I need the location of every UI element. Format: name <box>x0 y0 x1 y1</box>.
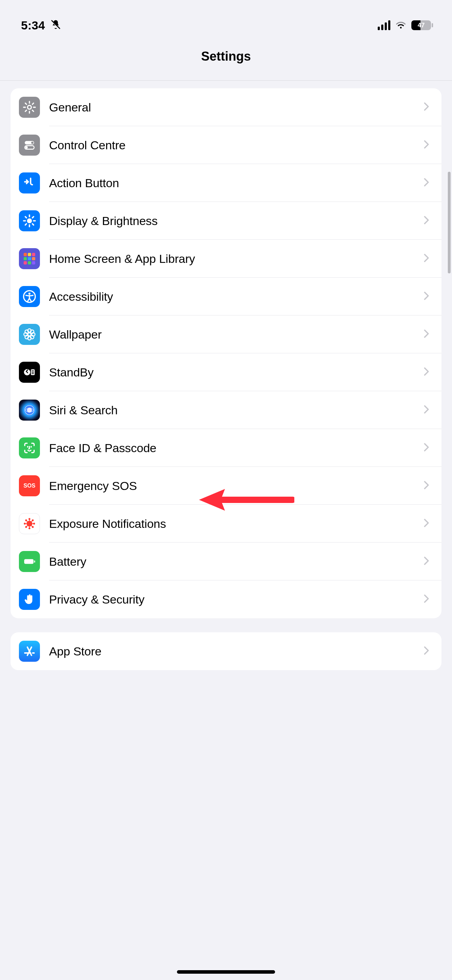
scrollbar[interactable] <box>448 172 450 274</box>
row-label: Privacy & Security <box>49 593 424 606</box>
battery-icon <box>19 551 40 572</box>
accessibility-icon <box>19 286 40 307</box>
svg-rect-9 <box>24 257 27 260</box>
row-label: App Store <box>49 644 424 658</box>
chevron-right-icon <box>424 216 430 226</box>
row-label: Display & Brightness <box>49 214 424 228</box>
row-label: StandBy <box>49 366 424 379</box>
svg-rect-29 <box>32 372 33 372</box>
settings-row-accessibility[interactable]: Accessibility <box>11 278 441 315</box>
row-label: Action Button <box>49 176 424 190</box>
appstore-icon <box>19 641 40 662</box>
chevron-right-icon <box>424 329 430 340</box>
row-label: Home Screen & App Library <box>49 252 424 266</box>
svg-point-5 <box>27 218 32 223</box>
sun-icon <box>19 210 40 231</box>
action-btn-icon <box>19 172 40 194</box>
row-label: Wallpaper <box>49 328 424 341</box>
faceid-icon <box>19 438 40 458</box>
row-label: Battery <box>49 555 424 568</box>
svg-point-2 <box>31 142 33 144</box>
settings-row-emergency-sos[interactable]: SOSEmergency SOS <box>11 467 441 505</box>
chevron-right-icon <box>424 367 430 377</box>
apps-grid-icon <box>19 248 40 269</box>
nav-bar: Settings <box>0 42 452 81</box>
svg-rect-14 <box>32 261 35 264</box>
svg-rect-12 <box>24 261 27 264</box>
settings-group: GeneralControl CentreAction ButtonDispla… <box>11 88 441 618</box>
svg-point-16 <box>29 293 30 295</box>
settings-row-privacy[interactable]: Privacy & Security <box>11 581 441 618</box>
chevron-right-icon <box>424 405 430 415</box>
chevron-right-icon <box>424 443 430 453</box>
settings-row-display[interactable]: Display & Brightness <box>11 202 441 240</box>
chevron-right-icon <box>424 556 430 567</box>
siri-icon <box>19 399 40 421</box>
row-label: Exposure Notifications <box>49 517 424 531</box>
battery-icon: 47 <box>411 20 431 30</box>
chevron-right-icon <box>424 594 430 605</box>
settings-row-exposure[interactable]: Exposure Notifications <box>11 505 441 542</box>
standby-icon <box>19 362 40 383</box>
hand-icon <box>19 589 40 610</box>
settings-row-home-screen[interactable]: Home Screen & App Library <box>11 240 441 278</box>
chevron-right-icon <box>424 253 430 264</box>
toggles-icon <box>19 135 40 156</box>
svg-point-4 <box>25 146 28 149</box>
status-bar: 5:34 47 <box>0 0 452 42</box>
settings-row-siri[interactable]: Siri & Search <box>11 391 441 429</box>
svg-rect-11 <box>32 257 35 260</box>
row-label: Accessibility <box>49 290 424 304</box>
settings-row-app-store[interactable]: App Store <box>11 632 441 670</box>
settings-row-wallpaper[interactable]: Wallpaper <box>11 315 441 353</box>
gear-icon <box>19 97 40 118</box>
settings-row-control-centre[interactable]: Control Centre <box>11 126 441 164</box>
sos-icon: SOS <box>19 475 40 496</box>
svg-rect-28 <box>32 371 33 371</box>
page-title: Settings <box>201 42 251 64</box>
home-indicator[interactable] <box>177 970 275 974</box>
wifi-icon <box>395 20 406 30</box>
settings-list[interactable]: GeneralControl CentreAction ButtonDispla… <box>0 88 452 670</box>
row-label: Control Centre <box>49 138 424 152</box>
battery-percent: 47 <box>418 22 425 29</box>
chevron-right-icon <box>424 178 430 188</box>
chevron-right-icon <box>424 519 430 529</box>
status-time: 5:34 <box>21 19 45 32</box>
chevron-right-icon <box>424 102 430 113</box>
row-label: Siri & Search <box>49 403 424 417</box>
settings-row-standby[interactable]: StandBy <box>11 353 441 391</box>
svg-rect-45 <box>34 560 35 563</box>
svg-rect-44 <box>24 559 33 563</box>
svg-rect-30 <box>32 373 33 374</box>
chevron-right-icon <box>424 646 430 657</box>
settings-row-face-id[interactable]: Face ID & Passcode <box>11 429 441 467</box>
svg-point-0 <box>28 105 32 109</box>
row-label: General <box>49 100 424 114</box>
settings-row-action-button[interactable]: Action Button <box>11 164 441 202</box>
svg-rect-6 <box>24 253 27 256</box>
row-label: Face ID & Passcode <box>49 441 424 455</box>
virus-icon <box>19 513 40 534</box>
svg-rect-7 <box>28 253 31 256</box>
svg-rect-10 <box>28 257 31 260</box>
silent-bell-icon <box>51 19 61 31</box>
svg-rect-8 <box>32 253 35 256</box>
svg-text:SOS: SOS <box>24 483 35 488</box>
chevron-right-icon <box>424 480 430 491</box>
settings-row-battery[interactable]: Battery <box>11 542 441 581</box>
settings-group: App Store <box>11 632 441 670</box>
svg-point-33 <box>27 407 32 412</box>
flower-icon <box>19 324 40 345</box>
svg-point-17 <box>28 333 31 336</box>
svg-rect-13 <box>28 261 31 264</box>
chevron-right-icon <box>424 140 430 150</box>
settings-row-general[interactable]: General <box>11 88 441 126</box>
row-label: Emergency SOS <box>49 479 424 493</box>
chevron-right-icon <box>424 291 430 302</box>
cellular-signal-icon <box>378 20 390 30</box>
